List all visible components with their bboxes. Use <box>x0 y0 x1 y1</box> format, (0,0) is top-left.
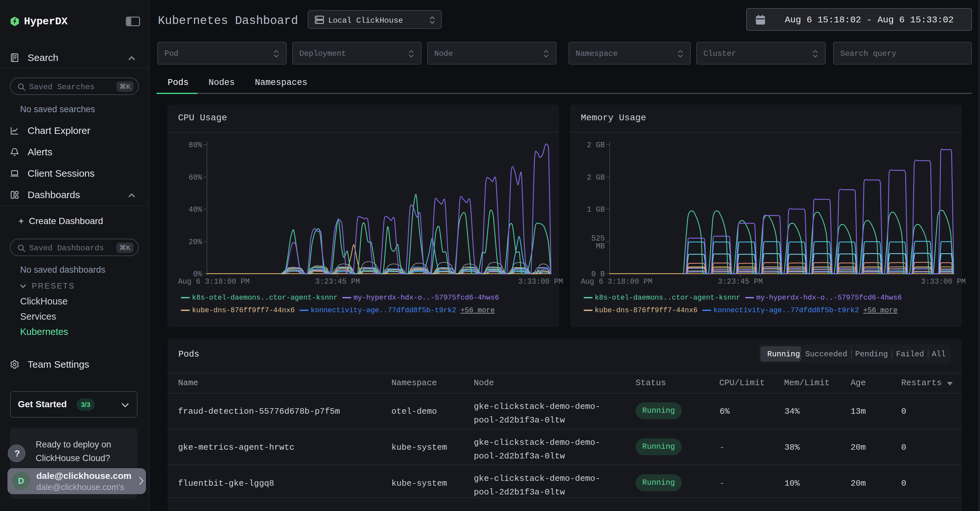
svg-text:525: 525 <box>592 234 605 243</box>
svg-text:3:23:45 PM: 3:23:45 PM <box>718 277 763 286</box>
svg-text:3:33:00 PM: 3:33:00 PM <box>921 277 966 286</box>
svg-text:80%: 80% <box>189 141 202 150</box>
svg-text:2 GB: 2 GB <box>587 174 605 182</box>
svg-text:Aug 6 3:18:00 PM: Aug 6 3:18:00 PM <box>178 277 250 286</box>
svg-text:20%: 20% <box>189 238 202 247</box>
svg-text:40%: 40% <box>189 205 202 214</box>
svg-text:MB: MB <box>596 242 605 251</box>
svg-text:3:23:45 PM: 3:23:45 PM <box>315 277 360 286</box>
svg-text:3:33:00 PM: 3:33:00 PM <box>518 277 563 286</box>
svg-text:2 GB: 2 GB <box>587 141 605 150</box>
svg-text:60%: 60% <box>189 174 202 182</box>
svg-text:Aug 6 3:18:00 PM: Aug 6 3:18:00 PM <box>581 277 652 286</box>
svg-text:1 GB: 1 GB <box>587 205 605 214</box>
